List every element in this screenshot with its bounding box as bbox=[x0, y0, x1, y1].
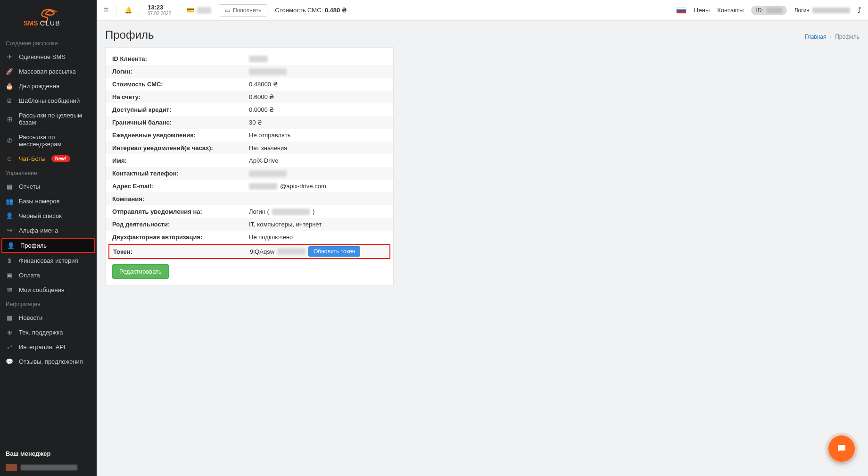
profile-value: Нет значения bbox=[249, 144, 287, 151]
nav-item-blacklist[interactable]: 👤Черный список bbox=[0, 209, 97, 223]
grid-icon: ⊞ bbox=[6, 116, 13, 123]
profile-key: Имя: bbox=[112, 157, 249, 164]
nav-item-alpha-names[interactable]: ↪Альфа-имена bbox=[0, 223, 97, 238]
token-blurred bbox=[277, 248, 306, 255]
nav-label: Одиночное SMS bbox=[19, 53, 66, 60]
profile-row: Род деятельности:IT, компьютеры, интерне… bbox=[106, 218, 393, 231]
nav-label: Отчеты bbox=[19, 183, 40, 190]
new-badge: New! bbox=[51, 155, 70, 162]
chat-icon bbox=[836, 443, 847, 454]
file-icon: 🗎 bbox=[6, 97, 13, 104]
nav-item-finance[interactable]: $Финансовая история bbox=[0, 253, 97, 268]
profile-key: На счету: bbox=[112, 93, 249, 100]
nav-item-target-bases[interactable]: ⊞Рассылки по целевым базам bbox=[0, 108, 97, 130]
profile-key: Граничный баланс: bbox=[112, 119, 249, 126]
nav-item-chatbots[interactable]: ☺Чат-БотыNew! bbox=[0, 151, 97, 166]
nav-item-single-sms[interactable]: ✈Одиночное SMS bbox=[0, 50, 97, 64]
nav-item-profile[interactable]: 👤Профиль bbox=[1, 238, 95, 253]
manager-name-blurred bbox=[21, 465, 77, 470]
nav-label: Альфа-имена bbox=[19, 227, 58, 234]
profile-row-token: Токен: 9lQAqsw Обновить токен bbox=[108, 244, 390, 259]
bar-chart-icon: ▤ bbox=[6, 183, 13, 190]
contacts-link[interactable]: Контакты bbox=[717, 7, 744, 14]
nav-label: Интеграция, API bbox=[19, 343, 66, 351]
profile-row: Контактный телефон: bbox=[106, 167, 393, 180]
sms-cost: Стоимость СМС: 0.480 ₴ bbox=[275, 7, 347, 14]
profile-key: Доступный кредит: bbox=[112, 106, 249, 113]
logo[interactable]: SMS CLUB bbox=[0, 0, 97, 36]
breadcrumb: Главная › Профиль bbox=[805, 33, 860, 40]
rocket-icon: 🚀 bbox=[6, 68, 13, 75]
prices-link[interactable]: Цены bbox=[694, 7, 710, 14]
share-icon: ↪ bbox=[6, 227, 13, 234]
clock-date: 07.02.2022 bbox=[148, 11, 171, 16]
nav-label: Дни рождения bbox=[19, 83, 59, 90]
nav-item-support[interactable]: ⊕Тех. поддержка bbox=[0, 325, 97, 340]
profile-key: Адрес E-mail: bbox=[112, 183, 249, 190]
nav-item-messengers[interactable]: ✆Рассылка по мессенджерам bbox=[0, 130, 97, 151]
profile-row: Интервал уведомлений(в часах):Нет значен… bbox=[106, 142, 393, 154]
nav-item-my-messages[interactable]: ✉Мои сообщения bbox=[0, 283, 97, 297]
refresh-token-button[interactable]: Обновить токен bbox=[308, 246, 360, 257]
bell-icon[interactable]: 🔔 bbox=[124, 7, 132, 14]
profile-row: Стоимость СМС:0.48000 ₴ bbox=[106, 78, 393, 91]
nav-item-birthdays[interactable]: 🎂Дни рождения bbox=[0, 79, 97, 93]
manager-row[interactable] bbox=[0, 461, 97, 476]
nav-item-bases[interactable]: 👥Базы номеров bbox=[0, 194, 97, 209]
clock-time: 13:23 bbox=[148, 4, 171, 11]
profile-row: Отправлять уведомления на:Логин () bbox=[106, 205, 393, 218]
svg-text:SMS: SMS bbox=[23, 19, 38, 27]
user-id-pill: ID: bbox=[751, 6, 786, 15]
profile-panel: ID Клиента:Логин:Стоимость СМС:0.48000 ₴… bbox=[105, 47, 394, 286]
profile-row: На счету:0.6000 ₴ bbox=[106, 91, 393, 103]
nav-item-payment[interactable]: ▣Оплата bbox=[0, 268, 97, 283]
breadcrumb-current: Профиль bbox=[835, 33, 860, 40]
profile-value: ApiX-Drive bbox=[249, 157, 278, 164]
nav-item-news[interactable]: ▦Новости bbox=[0, 310, 97, 325]
profile-value: Логин () bbox=[249, 208, 314, 215]
logout-icon[interactable]: ⤴ bbox=[858, 6, 861, 15]
nav-label: Чат-Боты bbox=[19, 155, 46, 162]
profile-key: Стоимость СМС: bbox=[112, 81, 249, 88]
clock: 13:23 07.02.2022 bbox=[148, 4, 171, 16]
svg-text:CLUB: CLUB bbox=[40, 19, 60, 27]
profile-value: @apix-drive.com bbox=[249, 183, 326, 190]
profile-row: Доступный кредит:0.0000 ₴ bbox=[106, 103, 393, 116]
whatsapp-icon: ✆ bbox=[6, 137, 13, 144]
nav-item-templates[interactable]: 🗎Шаблоны сообщений bbox=[0, 93, 97, 108]
profile-row: Адрес E-mail:@apix-drive.com bbox=[106, 180, 393, 192]
chat-fab[interactable] bbox=[828, 435, 855, 462]
flag-icon[interactable] bbox=[676, 7, 686, 14]
profile-key: Отправлять уведомления на: bbox=[112, 208, 249, 215]
balance-card[interactable]: 💳 bbox=[187, 7, 211, 14]
profile-key: Логин: bbox=[112, 68, 249, 75]
login-value-blurred bbox=[812, 8, 850, 13]
edit-button[interactable]: Редактировать bbox=[112, 264, 169, 279]
nav-label: Новости bbox=[19, 314, 42, 321]
nav-label: Базы номеров bbox=[19, 198, 59, 205]
profile-value bbox=[249, 170, 287, 177]
topup-button[interactable]: ▭ Пополнить bbox=[219, 4, 267, 17]
nav-label: Черный список bbox=[19, 212, 62, 219]
profile-value bbox=[249, 68, 287, 75]
nav-label: Оплата bbox=[19, 272, 40, 279]
menu-toggle-button[interactable]: ☰ bbox=[103, 7, 109, 14]
nav-item-reports[interactable]: ▤Отчеты bbox=[0, 179, 97, 194]
nav-label: Рассылка по мессенджерам bbox=[19, 134, 91, 148]
life-ring-icon: ⊕ bbox=[6, 329, 13, 336]
blurred-value bbox=[249, 56, 268, 62]
nav-item-feedback[interactable]: 💬Отзывы, предложения bbox=[0, 354, 97, 369]
profile-value: 0.0000 ₴ bbox=[249, 106, 274, 113]
nav-label: Шаблоны сообщений bbox=[19, 97, 80, 104]
profile-key: Компания: bbox=[112, 195, 249, 202]
token-visible: 9lQAqsw bbox=[250, 248, 274, 255]
profile-value: Не подключено bbox=[249, 234, 293, 241]
profile-value: 30 ₴ bbox=[249, 119, 262, 126]
profile-key: Ежедневные уведомления: bbox=[112, 132, 249, 139]
nav-label: Финансовая история bbox=[19, 257, 78, 264]
nav-item-mass[interactable]: 🚀Массовая рассылка bbox=[0, 64, 97, 79]
nav-item-integration[interactable]: ⇄Интеграция, API bbox=[0, 340, 97, 354]
token-label: Токен: bbox=[113, 248, 250, 255]
breadcrumb-home[interactable]: Главная bbox=[805, 33, 827, 40]
profile-key: ID Клиента: bbox=[112, 55, 249, 62]
